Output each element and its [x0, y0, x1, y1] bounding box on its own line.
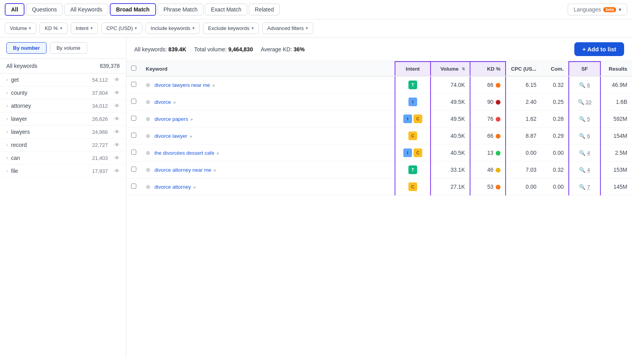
sidebar-item[interactable]: › county 37,804 👁 — [0, 86, 126, 99]
eye-icon[interactable]: 👁 — [114, 168, 120, 174]
sf-number: 4 — [587, 167, 590, 173]
tab-all-keywords[interactable]: All Keywords — [64, 4, 108, 15]
row-checkbox[interactable] — [131, 99, 136, 104]
tab-broad-match[interactable]: Broad Match — [110, 3, 156, 16]
add-keyword-icon[interactable]: ⊕ — [146, 82, 150, 88]
eye-icon[interactable]: 👁 — [114, 129, 120, 135]
add-keyword-icon[interactable]: ⊕ — [146, 167, 150, 173]
th-volume[interactable]: Volume ⇅ — [431, 62, 470, 76]
row-checkbox-cell — [126, 178, 141, 195]
th-results[interactable]: Results — [600, 62, 632, 76]
sf-number: 10 — [586, 99, 591, 105]
sidebar-item[interactable]: › file 17,937 👁 — [0, 165, 126, 178]
add-keyword-icon[interactable]: ⊕ — [146, 116, 150, 122]
row-checkbox-cell — [126, 161, 141, 178]
add-keyword-icon[interactable]: ⊕ — [146, 133, 150, 139]
sidebar-item-label: attorney — [11, 103, 89, 109]
chevron-right-icon: › — [6, 142, 8, 148]
sidebar-item[interactable]: › get 54,112 👁 — [0, 73, 126, 86]
sidebar-item[interactable]: › record 22,727 👁 — [0, 139, 126, 152]
eye-icon[interactable]: 👁 — [114, 142, 120, 148]
row-checkbox[interactable] — [131, 150, 136, 155]
add-keyword-icon[interactable]: ⊕ — [146, 99, 150, 105]
intent-cell: T — [395, 161, 431, 178]
tab-questions[interactable]: Questions — [26, 4, 63, 15]
sidebar-item[interactable]: › attorney 34,012 👁 — [0, 99, 126, 113]
th-kd[interactable]: KD % — [470, 62, 506, 76]
sidebar-item-count: 54,112 — [92, 77, 108, 83]
sidebar-item-label: can — [11, 155, 89, 161]
include-keywords-filter[interactable]: Include keywords ▾ — [145, 23, 199, 34]
exclude-keywords-filter[interactable]: Exclude keywords ▾ — [203, 23, 259, 34]
sidebar-item[interactable]: › can 21,403 👁 — [0, 152, 126, 165]
sidebar-item[interactable]: › lawyer 26,626 👁 — [0, 113, 126, 126]
sidebar: By number By volume All keywords 839,378… — [0, 38, 126, 358]
cpc-filter[interactable]: CPC (USD) ▾ — [101, 23, 142, 34]
row-checkbox-cell — [126, 76, 141, 94]
select-all-checkbox[interactable] — [131, 66, 136, 71]
eye-icon[interactable]: 👁 — [114, 116, 120, 122]
intent-badge: I — [403, 114, 412, 123]
keyword-link[interactable]: divorce — [154, 99, 171, 105]
th-intent[interactable]: Intent — [395, 62, 431, 76]
eye-icon[interactable]: 👁 — [114, 103, 120, 109]
row-checkbox[interactable] — [131, 167, 136, 172]
add-keyword-icon[interactable]: ⊕ — [146, 184, 150, 190]
arrow-icon: » — [193, 185, 196, 190]
languages-label: Languages — [574, 6, 601, 13]
row-checkbox[interactable] — [131, 116, 136, 121]
table-row: ⊕ the divorcées dessert cafe » I C 40.5K… — [126, 144, 632, 161]
eye-icon[interactable]: 👁 — [114, 90, 120, 96]
th-sf[interactable]: SF — [569, 62, 600, 76]
add-to-list-button[interactable]: + Add to list — [574, 42, 624, 56]
chevron-down-icon: ▾ — [192, 26, 195, 31]
arrow-icon: » — [190, 117, 193, 122]
intent-badge: I — [408, 98, 417, 106]
keyword-cell: ⊕ divorce lawyers near me » — [141, 76, 395, 94]
kd-cell: 66 — [470, 128, 506, 144]
tab-phrase-match[interactable]: Phrase Match — [158, 4, 203, 15]
table-row: ⊕ divorce attorney near me » T 33.1K 46 … — [126, 161, 632, 178]
volume-cell: 49.5K — [431, 111, 470, 128]
com-cell: 0.32 — [541, 76, 569, 94]
search-icon: 🔍 — [579, 133, 585, 139]
sf-cell: 🔍 5 — [569, 111, 600, 128]
table-header-bar: All keywords: 839.4K Total volume: 9,464… — [126, 38, 632, 61]
tab-exact-match[interactable]: Exact Match — [205, 4, 247, 15]
keyword-link[interactable]: the divorcées dessert cafe — [154, 150, 214, 156]
sf-number: 5 — [587, 116, 590, 122]
row-checkbox[interactable] — [131, 133, 136, 138]
intent-cell: C — [395, 178, 431, 195]
sidebar-item[interactable]: › lawyers 24,966 👁 — [0, 126, 126, 139]
kd-filter[interactable]: KD % ▾ — [40, 23, 67, 34]
row-checkbox[interactable] — [131, 184, 136, 189]
advanced-filters[interactable]: Advanced filters ▾ — [262, 23, 314, 34]
row-checkbox[interactable] — [131, 82, 136, 87]
keyword-link[interactable]: divorce attorney near me — [154, 167, 211, 173]
add-keyword-icon[interactable]: ⊕ — [146, 150, 150, 156]
keyword-link[interactable]: divorce papers — [154, 116, 188, 122]
tab-all[interactable]: All — [5, 3, 24, 16]
keyword-link[interactable]: divorce lawyers near me — [154, 82, 210, 88]
th-cpc[interactable]: CPC (US... — [506, 62, 541, 76]
volume-cell: 40.5K — [431, 144, 470, 161]
th-com[interactable]: Com. — [541, 62, 569, 76]
keyword-link[interactable]: divorce lawyer — [154, 133, 187, 139]
keywords-table: Keyword Intent Volume ⇅ KD % CPC (US... … — [126, 61, 632, 195]
tabs-row: All Questions All Keywords Broad Match P… — [0, 0, 632, 19]
keyword-link[interactable]: divorce attorney — [154, 184, 191, 190]
sidebar-tab-by-number[interactable]: By number — [6, 42, 47, 54]
intent-filter[interactable]: Intent ▾ — [71, 23, 98, 34]
sidebar-tab-by-volume[interactable]: By volume — [50, 42, 87, 54]
volume-filter[interactable]: Volume ▾ — [5, 23, 36, 34]
sf-cell: 🔍 10 — [569, 94, 600, 111]
eye-icon[interactable]: 👁 — [114, 155, 120, 161]
intent-cell: T — [395, 76, 431, 94]
languages-dropdown[interactable]: Languages beta ▾ — [568, 4, 627, 15]
tab-related[interactable]: Related — [249, 4, 280, 15]
eye-icon[interactable]: 👁 — [114, 77, 120, 83]
th-keyword[interactable]: Keyword — [141, 62, 395, 76]
intent-badge: I — [403, 148, 412, 157]
keyword-cell: ⊕ divorce lawyer » — [141, 128, 395, 144]
arrow-icon: » — [213, 83, 215, 88]
